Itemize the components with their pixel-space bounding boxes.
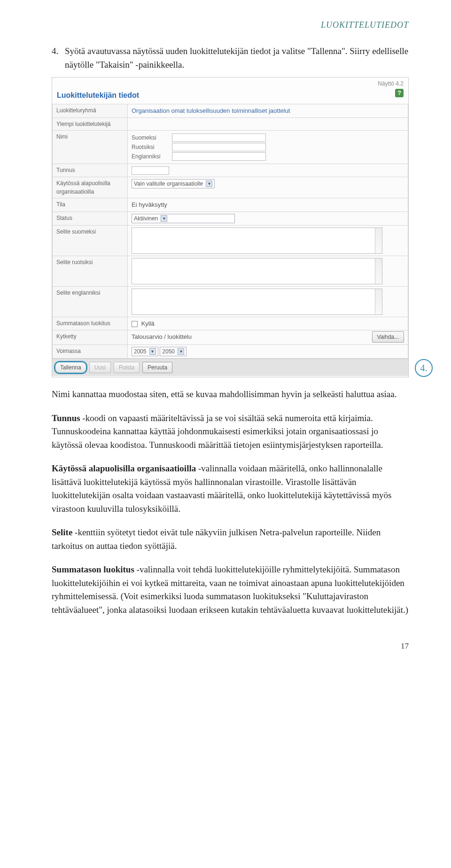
label-ruotsiksi: Ruotsiksi: [132, 143, 169, 151]
select-voimassa-from-value: 2005: [134, 347, 147, 356]
intro-text: Syötä avautuvassa näytössä uuden luokitt…: [65, 45, 409, 71]
label-tila: Tila: [53, 198, 128, 212]
chevron-down-icon: ▾: [149, 348, 156, 355]
para-selite: Selite -kenttiin syötetyt tiedot eivät t…: [52, 526, 409, 553]
label-nimi: Nimi: [53, 130, 128, 164]
label-tunnus: Tunnus: [53, 164, 128, 177]
textarea-selite-sv[interactable]: [132, 258, 382, 284]
para-tunnus-text: -koodi on vapaasti määriteltävissä ja se…: [52, 413, 383, 450]
value-kytketty: Talousarvio / luokittelu: [132, 333, 192, 340]
tallenna-button[interactable]: Tallenna: [55, 362, 86, 373]
vaihda-button[interactable]: Vaihda...: [372, 331, 404, 343]
checkbox-summataso[interactable]: [132, 321, 138, 327]
label-summataso: Summatason luokitus: [53, 317, 128, 330]
label-status: Status: [53, 211, 128, 225]
screenshot-id-label: Näyttö 4.2: [52, 78, 408, 89]
intro-paragraph: 4. Syötä avautuvassa näytössä uuden luok…: [52, 45, 409, 71]
select-kaytossa-value: Vain valitulle organisaatiolle: [134, 180, 203, 188]
help-icon[interactable]: ?: [395, 89, 404, 97]
para-summataso-bold: Summatason luokitus: [52, 564, 134, 574]
para-kaytossa-bold: Käytössä alapuolisilla organisaatioilla: [52, 463, 196, 473]
select-kaytossa[interactable]: Vain valitulle organisaatiolle ▾: [132, 179, 215, 188]
label-luokitteluryhma: Luokitteluryhmä: [53, 104, 128, 118]
form-title: Luokittelutekijän tiedot: [52, 89, 408, 104]
input-tunnus[interactable]: [132, 166, 169, 175]
para-kaytossa: Käytössä alapuolisilla organisaatioilla …: [52, 462, 409, 516]
select-status-value: Aktiivinen: [134, 214, 158, 223]
label-englanniksi: Englanniksi: [132, 152, 169, 161]
para-tunnus: Tunnus -koodi on vapaasti määriteltäviss…: [52, 412, 409, 452]
checkbox-summataso-label: Kyllä: [141, 320, 155, 327]
chevron-down-icon: ▾: [178, 348, 184, 355]
chevron-down-icon: ▾: [206, 180, 212, 187]
label-selite-fi: Selite suomeksi: [53, 225, 128, 256]
textarea-selite-en[interactable]: [132, 289, 382, 315]
label-suomeksi: Suomeksi: [132, 133, 169, 142]
peruuta-button[interactable]: Peruuta: [142, 362, 172, 373]
form-table: Luokitteluryhmä Organisaation omat tulok…: [52, 104, 408, 359]
label-ylempi: Ylempi luokittelutekijä: [53, 117, 128, 130]
input-nimi-ruotsiksi[interactable]: [172, 143, 266, 151]
input-nimi-suomeksi[interactable]: [172, 133, 266, 142]
select-voimassa-from[interactable]: 2005 ▾: [132, 347, 158, 356]
select-voimassa-to[interactable]: 2050 ▾: [160, 347, 187, 356]
label-selite-sv: Selite ruotsiksi: [53, 256, 128, 286]
input-nimi-englanniksi[interactable]: [172, 152, 266, 161]
para-tunnus-bold: Tunnus: [52, 413, 80, 423]
chevron-down-icon: ▾: [161, 215, 167, 222]
label-voimassa: Voimassa: [53, 345, 128, 359]
para-selite-bold: Selite: [52, 527, 72, 537]
select-status[interactable]: Aktiivinen ▾: [132, 214, 235, 223]
value-luokitteluryhma: Organisaation omat tuloksellisuuden toim…: [128, 104, 408, 118]
label-kytketty: Kytketty: [53, 330, 128, 345]
uusi-button[interactable]: Uusi: [89, 362, 111, 373]
step-callout: 4.: [415, 359, 433, 377]
value-tila: Ei hyväksytty: [128, 198, 408, 212]
label-kaytossa: Käytössä alapuolisilla organisaatioilla: [53, 177, 128, 198]
para-summataso: Summatason luokitus -valinnalla voit teh…: [52, 563, 409, 617]
label-selite-en: Selite englanniksi: [53, 286, 128, 317]
section-header: LUOKITTELUTIEDOT: [52, 19, 409, 31]
select-voimassa-to-value: 2050: [162, 347, 175, 356]
poista-button[interactable]: Poista: [114, 362, 140, 373]
para-selite-text: -kenttiin syötetyt tiedot eivät tule näk…: [52, 527, 381, 551]
form-screenshot: Näyttö 4.2 ? Luokittelutekijän tiedot Lu…: [52, 77, 409, 377]
para-nimi: Nimi kannattaa muodostaa siten, että se …: [52, 388, 409, 401]
value-ylempi: [128, 117, 408, 130]
textarea-selite-fi[interactable]: [132, 227, 382, 254]
intro-number: 4.: [52, 45, 65, 71]
button-bar: Tallenna Uusi Poista Peruuta: [52, 359, 408, 376]
page-number: 17: [52, 640, 409, 652]
